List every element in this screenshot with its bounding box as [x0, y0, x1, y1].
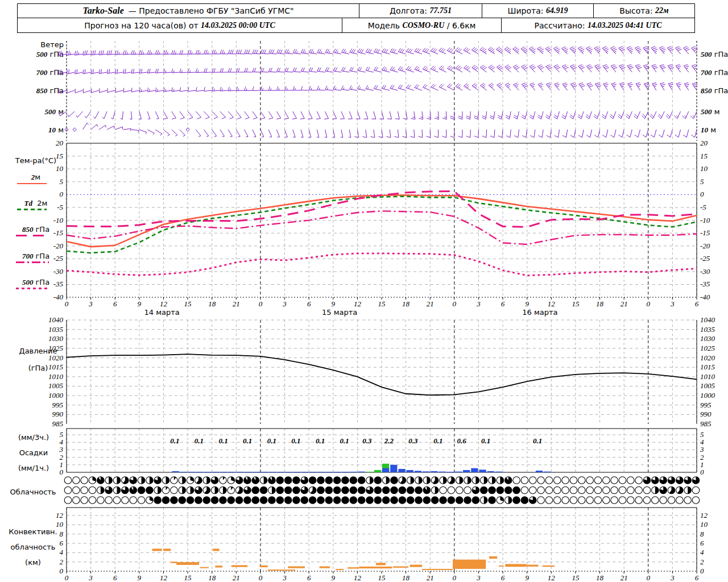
svg-text:15: 15 [700, 152, 708, 160]
svg-text:1030: 1030 [48, 334, 64, 343]
svg-text:1020: 1020 [700, 354, 715, 362]
svg-text:12: 12 [354, 300, 362, 308]
svg-text:5: 5 [60, 177, 64, 186]
svg-text:2: 2 [60, 453, 64, 462]
wind-barbs-m10 [65, 123, 697, 138]
wind-barbs-m500 [59, 111, 697, 119]
svg-text:6: 6 [501, 300, 505, 308]
svg-text:0.1: 0.1 [243, 436, 252, 445]
svg-text:-40: -40 [53, 293, 64, 301]
svg-text:18: 18 [596, 300, 604, 308]
svg-text:-30: -30 [700, 267, 710, 276]
svg-text:9: 9 [332, 300, 336, 308]
svg-text:0: 0 [700, 468, 704, 476]
svg-text:3: 3 [476, 573, 481, 582]
svg-text:0: 0 [700, 567, 704, 575]
wind-barbs-p850 [59, 82, 697, 93]
svg-text:6: 6 [307, 300, 311, 308]
svg-text:1010: 1010 [48, 372, 64, 381]
svg-text:985: 985 [52, 419, 64, 428]
svg-text:3: 3 [670, 300, 675, 308]
svg-text:1: 1 [700, 460, 704, 469]
svg-text:1005: 1005 [48, 381, 64, 390]
svg-text:15: 15 [572, 300, 580, 308]
svg-text:2: 2 [700, 453, 704, 462]
svg-text:0: 0 [65, 573, 69, 582]
svg-text:6: 6 [307, 573, 311, 582]
svg-text:1020: 1020 [48, 354, 64, 362]
svg-text:6: 6 [113, 573, 117, 582]
svg-text:3: 3 [282, 573, 287, 582]
svg-text:-5: -5 [57, 203, 63, 211]
svg-text:1000: 1000 [700, 391, 715, 400]
svg-text:10: 10 [700, 164, 708, 173]
svg-text:-40: -40 [700, 293, 710, 301]
svg-text:2.2: 2.2 [384, 436, 394, 445]
svg-text:-20: -20 [53, 242, 64, 250]
precip-3h-labels: 0.10.10.10.10.10.10.10.10.32.20.30.10.60… [170, 436, 542, 445]
svg-text:20: 20 [56, 139, 64, 147]
svg-text:5: 5 [700, 430, 704, 439]
svg-text:12: 12 [56, 511, 64, 519]
svg-text:3: 3 [88, 573, 93, 582]
cloud-row-1 [64, 477, 700, 484]
svg-text:0: 0 [453, 573, 457, 582]
svg-text:9: 9 [525, 573, 529, 582]
svg-text:21: 21 [621, 300, 628, 308]
svg-text:6: 6 [113, 300, 117, 308]
svg-text:1025: 1025 [700, 344, 715, 352]
svg-text:1000: 1000 [48, 391, 64, 400]
svg-text:-25: -25 [700, 254, 710, 263]
svg-text:1015: 1015 [700, 363, 715, 371]
svg-text:6: 6 [700, 539, 704, 547]
svg-text:18: 18 [208, 573, 216, 582]
svg-text:0.1: 0.1 [340, 436, 349, 445]
svg-text:1015: 1015 [48, 363, 64, 371]
svg-text:-15: -15 [53, 228, 64, 237]
svg-text:9: 9 [525, 300, 529, 308]
svg-text:-35: -35 [700, 280, 710, 288]
svg-text:15: 15 [184, 300, 192, 308]
svg-text:5: 5 [60, 430, 64, 439]
svg-text:0: 0 [700, 190, 704, 198]
svg-text:15: 15 [56, 152, 64, 160]
svg-text:-25: -25 [53, 254, 64, 263]
svg-text:12: 12 [700, 511, 708, 519]
wind-barbs-p500 [59, 47, 698, 56]
svg-text:15: 15 [378, 300, 386, 308]
svg-text:16 марта: 16 марта [522, 308, 557, 317]
svg-text:1040: 1040 [48, 315, 64, 324]
wind-barbs-p700 [59, 65, 697, 74]
svg-text:21: 21 [233, 300, 240, 308]
svg-text:15 марта: 15 марта [322, 308, 357, 317]
svg-text:995: 995 [700, 401, 712, 409]
svg-text:9: 9 [138, 573, 142, 582]
svg-text:18: 18 [402, 573, 410, 582]
svg-text:0: 0 [60, 567, 64, 575]
svg-text:-5: -5 [700, 203, 706, 211]
svg-text:1025: 1025 [48, 344, 64, 352]
svg-text:0.1: 0.1 [267, 436, 276, 445]
meteogram-page: Tarko-Sale — Предоставлено ФГБУ "ЗапСиб … [0, 0, 728, 582]
svg-text:3: 3 [476, 300, 481, 308]
svg-text:4: 4 [700, 548, 704, 556]
svg-text:-10: -10 [700, 216, 710, 225]
svg-text:18: 18 [402, 300, 410, 308]
svg-text:8: 8 [60, 530, 64, 538]
svg-text:0.3: 0.3 [408, 436, 418, 445]
svg-text:0: 0 [453, 300, 457, 308]
svg-text:-35: -35 [53, 280, 64, 288]
svg-text:21: 21 [427, 300, 434, 308]
svg-text:3: 3 [700, 445, 704, 454]
svg-text:12: 12 [354, 573, 362, 582]
svg-text:4: 4 [60, 548, 64, 556]
svg-text:0: 0 [259, 573, 263, 582]
svg-text:995: 995 [52, 401, 64, 409]
svg-text:12: 12 [548, 300, 556, 308]
svg-text:0: 0 [647, 573, 651, 582]
svg-text:0: 0 [60, 190, 64, 198]
svg-text:18: 18 [208, 300, 216, 308]
svg-text:9: 9 [332, 573, 336, 582]
svg-text:0.6: 0.6 [457, 436, 467, 445]
svg-text:6: 6 [60, 539, 64, 547]
